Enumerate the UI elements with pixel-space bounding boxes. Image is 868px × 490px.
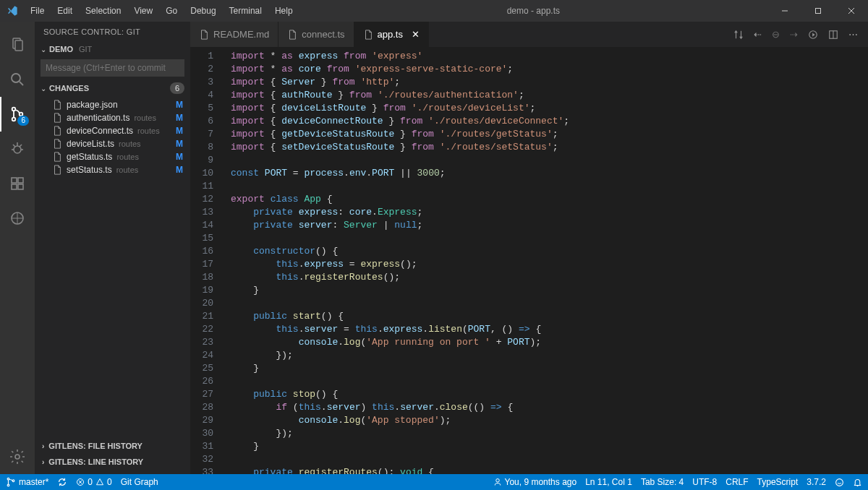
code-line[interactable]: import { deviceConnectRoute } from './ro… [225,115,868,128]
status-eol[interactable]: CRLF [726,477,748,487]
tab-readme-md[interactable]: README.md [190,22,278,47]
menu-edit[interactable]: Edit [51,3,78,19]
code-content[interactable]: import * as express from 'express'import… [225,47,868,474]
code-line[interactable]: } [225,284,868,297]
settings-gear-icon[interactable] [0,439,35,474]
split-editor-icon[interactable] [828,30,838,40]
more-actions-icon[interactable]: ⋯ [848,29,858,40]
code-line[interactable]: import { getDeviceStatusRoute } from './… [225,128,868,141]
code-editor[interactable]: 1234567891011121314151617181920212223242… [190,47,868,474]
go-back-icon[interactable]: ⇠ [754,29,762,40]
svg-rect-1 [816,9,821,14]
menu-help[interactable]: Help [269,3,299,19]
code-line[interactable]: public stop() { [225,388,868,401]
go-forward-icon[interactable]: ⇢ [790,29,798,40]
code-line[interactable]: }); [225,427,868,440]
code-line[interactable]: constructor() { [225,245,868,258]
code-line[interactable]: this.express = express(); [225,258,868,271]
menu-selection[interactable]: Selection [80,3,127,19]
status-sync[interactable] [57,477,67,487]
changed-file[interactable]: authentication.ts routesM [35,111,190,124]
changed-file[interactable]: getStatus.ts routesM [35,150,190,163]
tab-app-ts[interactable]: app.ts✕ [354,22,429,47]
code-line[interactable]: } [225,362,868,375]
code-line[interactable]: }); [225,349,868,362]
status-gitgraph[interactable]: Git Graph [121,477,158,487]
code-line[interactable]: console.log('App running on port ' + POR… [225,336,868,349]
code-line[interactable]: import * as express from 'express' [225,50,868,63]
menu-terminal[interactable]: Terminal [224,3,268,19]
code-line[interactable] [225,453,868,466]
status-blame[interactable]: You, 9 months ago [493,477,577,487]
code-line[interactable]: if (this.server) this.server.close(() =>… [225,401,868,414]
gitlens-line-history[interactable]: ›GITLENS: LINE HISTORY [35,454,190,470]
code-line[interactable] [225,297,868,310]
changed-file[interactable]: package.jsonM [35,98,190,111]
code-line[interactable]: private express: core.Express; [225,206,868,219]
code-line[interactable]: import { Server } from 'http'; [225,76,868,89]
repo-header[interactable]: ⌄ DEMO GIT [35,42,190,56]
code-line[interactable]: const PORT = process.env.PORT || 3000; [225,167,868,180]
code-line[interactable]: public start() { [225,310,868,323]
close-tab-icon[interactable]: ✕ [412,29,420,40]
code-line[interactable]: } [225,440,868,453]
svg-point-6 [12,74,20,82]
code-line[interactable] [225,180,868,193]
status-encoding[interactable]: UTF-8 [692,477,717,487]
status-tab-size[interactable]: Tab Size: 4 [641,477,684,487]
gitlens-file-history[interactable]: ›GITLENS: FILE HISTORY [35,438,190,454]
file-name: deviceConnect.ts [67,126,133,136]
nav-dot-icon[interactable]: ⊖ [772,29,780,40]
status-language[interactable]: TypeScript [757,477,799,487]
tab-label: app.ts [378,29,403,40]
explorer-icon[interactable] [0,27,35,62]
code-line[interactable] [225,154,868,167]
code-line[interactable]: this.registerRoutes(); [225,271,868,284]
status-cursor-pos[interactable]: Ln 11, Col 1 [585,477,632,487]
title-bar: FileEditSelectionViewGoDebugTerminalHelp… [0,0,868,22]
file-icon [52,165,62,175]
status-branch[interactable]: master* [6,477,48,487]
menu-go[interactable]: Go [160,3,183,19]
status-feedback-icon[interactable] [835,478,844,487]
compare-changes-icon[interactable] [733,30,744,40]
tab-actions: ⇠ ⊖ ⇢ ⋯ [733,22,868,47]
changed-file[interactable]: deviceList.ts routesM [35,137,190,150]
status-ts-version[interactable]: 3.7.2 [807,477,826,487]
changes-count-badge: 6 [170,82,184,94]
code-line[interactable]: import { setDeviceStatusRoute } from './… [225,141,868,154]
svg-rect-17 [12,178,17,183]
maximize-button[interactable] [801,0,835,22]
status-bell-icon[interactable] [853,478,862,487]
tab-connect-ts[interactable]: connect.ts [278,22,354,47]
code-line[interactable] [225,375,868,388]
file-status: M [176,100,183,110]
commit-message-input[interactable] [41,59,184,77]
search-icon[interactable] [0,62,35,97]
status-problems[interactable]: 0 0 [76,477,111,487]
code-line[interactable]: import { authRoute } from './routes/auth… [225,89,868,102]
close-window-button[interactable] [835,0,868,22]
changed-file[interactable]: deviceConnect.ts routesM [35,124,190,137]
code-line[interactable]: private registerRoutes(): void { [225,466,868,474]
file-icon [199,30,209,40]
menu-view[interactable]: View [128,3,158,19]
chevron-down-icon: ⌄ [41,85,46,93]
extensions-icon[interactable] [0,166,35,201]
menu-debug[interactable]: Debug [184,3,221,19]
changed-file[interactable]: setStatus.ts routesM [35,163,190,176]
code-line[interactable]: import * as core from 'express-serve-sta… [225,63,868,76]
code-line[interactable]: console.log('App stopped'); [225,414,868,427]
changes-header[interactable]: ⌄ CHANGES 6 [35,79,190,97]
source-control-icon[interactable]: 6 [0,97,35,132]
code-line[interactable] [225,232,868,245]
liveshare-icon[interactable] [0,201,35,236]
code-line[interactable]: export class App { [225,193,868,206]
menu-file[interactable]: File [25,3,50,19]
run-icon[interactable] [808,30,818,40]
code-line[interactable]: import { deviceListRoute } from './route… [225,102,868,115]
minimize-button[interactable] [768,0,801,22]
code-line[interactable]: private server: Server | null; [225,219,868,232]
debug-icon[interactable] [0,132,35,166]
code-line[interactable]: this.server = this.express.listen(PORT, … [225,323,868,336]
